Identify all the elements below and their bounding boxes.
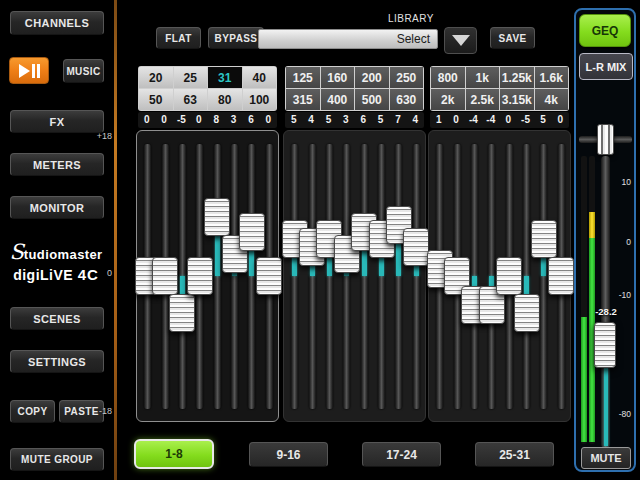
freq-cell-63[interactable]: 63 — [174, 89, 208, 110]
tab-25-31[interactable]: 25-31 — [475, 442, 554, 467]
freq-row: 20253140 — [139, 67, 276, 88]
freq-cell-100[interactable]: 100 — [243, 89, 277, 110]
freq-cell-50[interactable]: 50 — [139, 89, 173, 110]
fader-630 — [408, 131, 425, 421]
gain-value: 6 — [355, 112, 372, 128]
sidebar-item-channels[interactable]: CHANNELS — [10, 11, 104, 35]
gain-value: 5 — [534, 112, 551, 128]
freq-cell-125[interactable]: 125 — [286, 67, 320, 88]
freq-cell-80[interactable]: 80 — [208, 89, 242, 110]
freq-row: 125160200250 — [286, 67, 423, 88]
fader-knob[interactable] — [403, 228, 429, 266]
gain-value: 5 — [320, 112, 337, 128]
play-pause-icon — [19, 64, 40, 78]
freq-cell-31[interactable]: 31 — [208, 67, 242, 88]
fader-50 — [209, 131, 226, 421]
library-select[interactable]: Select — [258, 29, 438, 49]
freq-cell-1k[interactable]: 1k — [466, 67, 500, 88]
fader-track[interactable] — [231, 144, 238, 409]
gain-value: -4 — [482, 112, 499, 128]
player-button[interactable] — [9, 57, 49, 84]
mute-button[interactable]: MUTE — [581, 447, 631, 469]
fader-track[interactable] — [291, 144, 298, 409]
gain-value: 5 — [285, 112, 302, 128]
geq-mode-button[interactable]: GEQ — [579, 14, 631, 47]
master-fader-fill — [604, 368, 608, 446]
fader-500 — [390, 131, 407, 421]
brand-name: tudiomaster — [24, 247, 103, 262]
fader-1.25k — [466, 131, 483, 421]
freq-cell-1.25k[interactable]: 1.25k — [500, 67, 534, 88]
freq-cell-2.5k[interactable]: 2.5k — [466, 89, 500, 110]
meter-right-yellow-fill — [589, 212, 595, 238]
freq-cell-400[interactable]: 400 — [321, 89, 355, 110]
freq-cell-160[interactable]: 160 — [321, 67, 355, 88]
copy-button[interactable]: COPY — [10, 400, 55, 423]
pan-slider-knob[interactable] — [597, 124, 614, 155]
freq-header: 20253140506380100 — [138, 66, 277, 111]
freq-cell-250[interactable]: 250 — [390, 67, 424, 88]
freq-header: 125160200250315400500630 — [285, 66, 424, 111]
bypass-button[interactable]: BYPASS — [208, 27, 264, 49]
sidebar-item-monitor[interactable]: MONITOR — [10, 196, 104, 219]
library-label: LIBRARY — [330, 13, 434, 24]
fader-200 — [321, 131, 338, 421]
gain-value: 0 — [552, 112, 569, 128]
freq-cell-500[interactable]: 500 — [355, 89, 389, 110]
fader-track[interactable] — [248, 144, 255, 409]
freq-cell-25[interactable]: 25 — [174, 67, 208, 88]
fader-track[interactable] — [361, 144, 368, 409]
tab-1-8[interactable]: 1-8 — [134, 439, 214, 469]
library-dropdown-button[interactable] — [444, 27, 477, 54]
freq-cell-3.15k[interactable]: 3.15k — [500, 89, 534, 110]
freq-cell-20[interactable]: 20 — [139, 67, 173, 88]
fader-315 — [356, 131, 373, 421]
gain-value: -5 — [173, 112, 190, 128]
freq-cell-630[interactable]: 630 — [390, 89, 424, 110]
fader-panel — [136, 130, 279, 422]
freq-header: 8001k1.25k1.6k2k2.5k3.15k4k — [430, 66, 569, 111]
fader-track[interactable] — [413, 144, 420, 409]
fader-track[interactable] — [326, 144, 333, 409]
mute-group-button[interactable]: MUTE GROUP — [10, 448, 104, 471]
gain-value-row: 10-4-40-550 — [430, 112, 569, 128]
master-fader-knob[interactable] — [594, 322, 616, 368]
fader-track[interactable] — [378, 144, 385, 409]
fader-track[interactable] — [540, 144, 547, 409]
master-fader-value: -28.2 — [588, 306, 624, 317]
flat-button[interactable]: FLAT — [156, 27, 201, 49]
tab-17-24[interactable]: 17-24 — [362, 442, 441, 467]
sidebar-item-fx[interactable]: FX — [10, 110, 104, 133]
sidebar-item-scenes[interactable]: SCENES — [10, 307, 104, 330]
fader-track[interactable] — [343, 144, 350, 409]
fader-knob[interactable] — [548, 257, 574, 295]
tab-9-16[interactable]: 9-16 — [249, 442, 328, 467]
gain-value: 4 — [302, 112, 319, 128]
freq-row: 506380100 — [139, 89, 276, 110]
fader-track[interactable] — [214, 144, 221, 409]
fader-400 — [373, 131, 390, 421]
freq-cell-315[interactable]: 315 — [286, 89, 320, 110]
db-scale-min: -18 — [86, 406, 112, 416]
fader-track[interactable] — [309, 144, 316, 409]
sidebar-item-meters[interactable]: METERS — [10, 153, 104, 176]
gain-value: 6 — [242, 112, 259, 128]
gain-value-row: 00-508360 — [138, 112, 277, 128]
fader-2.5k — [518, 131, 535, 421]
freq-cell-4k[interactable]: 4k — [535, 89, 569, 110]
master-scale-label: -10 — [607, 290, 631, 300]
fader-track[interactable] — [395, 144, 402, 409]
freq-cell-2k[interactable]: 2k — [431, 89, 465, 110]
freq-cell-1.6k[interactable]: 1.6k — [535, 67, 569, 88]
freq-cell-40[interactable]: 40 — [243, 67, 277, 88]
freq-cell-200[interactable]: 200 — [355, 67, 389, 88]
master-panel: GEQ L-R MIX -28.2 100-10-80 MUTE — [574, 8, 636, 472]
sidebar-item-music[interactable]: MUSIC — [63, 59, 104, 83]
fader-knob[interactable] — [256, 257, 282, 295]
sidebar-item-settings[interactable]: SETTINGS — [10, 350, 104, 373]
fader-4k — [553, 131, 570, 421]
freq-cell-800[interactable]: 800 — [431, 67, 465, 88]
lr-mix-button[interactable]: L-R MIX — [579, 53, 633, 80]
freq-row: 8001k1.25k1.6k — [431, 67, 568, 88]
save-button[interactable]: SAVE — [490, 27, 535, 49]
